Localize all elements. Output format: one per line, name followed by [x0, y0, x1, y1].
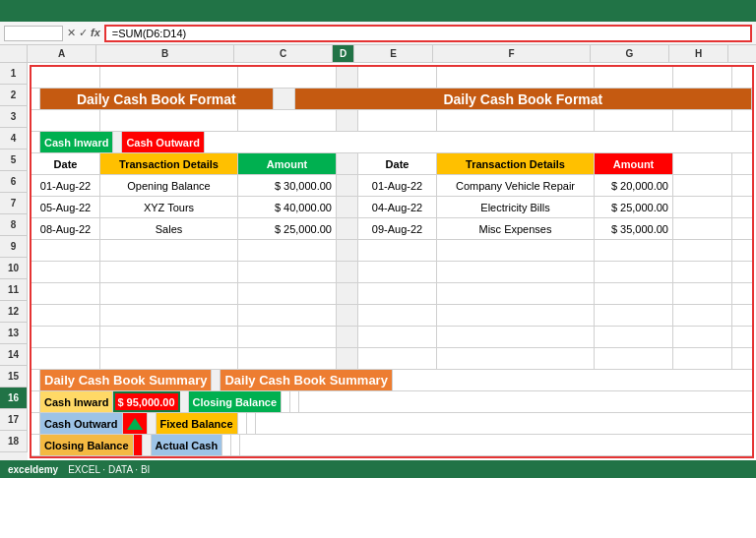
closing-balance-summary-value[interactable]: [134, 435, 143, 455]
row-header-5[interactable]: 5: [0, 149, 28, 171]
row-header-6[interactable]: 6: [0, 171, 28, 193]
row-header-13[interactable]: 13: [0, 323, 28, 344]
function-icon[interactable]: fx: [91, 27, 100, 39]
col-header-f[interactable]: F: [433, 45, 591, 62]
cell-b18[interactable]: [32, 435, 40, 455]
exceldemy-logo: exceldemy: [8, 464, 58, 475]
row-5: Date Transaction Details Amount Date Tra…: [32, 153, 752, 175]
col-amt2-label: Amount: [595, 153, 673, 174]
row-headers: 1 2 3 4 5 6 7 8 9 10 11 12 13 14 15 16 1…: [0, 63, 28, 460]
row-15: Daily Cash Book Summary Daily Cash Book …: [32, 370, 752, 391]
cell-reference[interactable]: D16: [4, 26, 63, 41]
row-header-1[interactable]: 1: [0, 63, 28, 85]
outward-detail-2[interactable]: Electricity Bills: [437, 197, 595, 217]
col-header-b[interactable]: B: [96, 45, 234, 62]
bottom-bar: exceldemy EXCEL · DATA · BI: [0, 460, 756, 478]
cell-h17[interactable]: [238, 413, 247, 434]
inward-detail-1[interactable]: Opening Balance: [100, 175, 238, 196]
outward-date-2[interactable]: 04-Aug-22: [358, 197, 437, 217]
cell-b3[interactable]: [32, 110, 100, 131]
cell-b17[interactable]: [32, 413, 40, 434]
row-10: [32, 262, 752, 283]
cash-inward-summary-value[interactable]: $ 95,000.00: [113, 391, 179, 412]
cell-b16[interactable]: [32, 391, 40, 412]
cell-i5[interactable]: [673, 153, 732, 174]
spreadsheet: A B C D E F G H 1 2 3 4 5 6 7 8 9 10 11 …: [0, 45, 756, 460]
cell-e3: [337, 110, 358, 131]
row-header-10[interactable]: 10: [0, 258, 28, 279]
cell-h16[interactable]: [282, 391, 290, 412]
row-header-18[interactable]: 18: [0, 431, 28, 452]
inward-amount-2[interactable]: $ 40,000.00: [238, 197, 337, 217]
row-header-3[interactable]: 3: [0, 106, 28, 128]
outward-detail-1[interactable]: Company Vehicle Repair: [437, 175, 595, 196]
cell-i6[interactable]: [673, 175, 732, 196]
cancel-icon[interactable]: ✕: [67, 27, 76, 39]
cell-i8[interactable]: [673, 218, 732, 239]
cell-b2[interactable]: [32, 89, 40, 109]
row-header-12[interactable]: 12: [0, 301, 28, 323]
title-cell: Daily Cash Book Format: [40, 89, 274, 109]
inward-amount-3[interactable]: $ 25,000.00: [238, 218, 337, 239]
cell-c3[interactable]: [100, 110, 238, 131]
row-header-11[interactable]: 11: [0, 279, 28, 301]
actual-cash-label: Actual Cash: [152, 435, 223, 455]
cell-i7[interactable]: [673, 197, 732, 217]
summary-title-right: Daily Cash Book Summary: [220, 370, 392, 390]
inward-date-1[interactable]: 01-Aug-22: [32, 175, 100, 196]
outward-amount-2[interactable]: $ 25,000.00: [595, 197, 673, 217]
outward-amount-3[interactable]: $ 35,000.00: [595, 218, 673, 239]
inward-detail-3[interactable]: Sales: [100, 218, 238, 239]
cell-h1[interactable]: [595, 67, 673, 88]
inward-detail-2[interactable]: XYZ Tours: [100, 197, 238, 217]
cell-g1[interactable]: [437, 67, 595, 88]
cash-outward-summary-value[interactable]: [123, 413, 148, 434]
row-header-15[interactable]: 15: [0, 366, 28, 388]
col-header-a[interactable]: A: [28, 45, 96, 62]
col-amt-label: Amount: [238, 153, 337, 174]
cell-c1[interactable]: [100, 67, 238, 88]
col-header-c[interactable]: C: [234, 45, 333, 62]
col-header-e[interactable]: E: [354, 45, 433, 62]
cell-e16: [180, 391, 189, 412]
cell-b1[interactable]: [32, 67, 100, 88]
cell-f3[interactable]: [358, 110, 437, 131]
col-header-g[interactable]: G: [591, 45, 669, 62]
col-header-d[interactable]: D: [333, 45, 354, 62]
cell-g3[interactable]: [437, 110, 595, 131]
outward-detail-3[interactable]: Misc Expenses: [437, 218, 595, 239]
cell-f1[interactable]: [358, 67, 437, 88]
outward-date-1[interactable]: 01-Aug-22: [358, 175, 437, 196]
cell-i18[interactable]: [231, 435, 240, 455]
row-header-9[interactable]: 9: [0, 236, 28, 258]
cell-i1[interactable]: [673, 67, 732, 88]
inward-date-2[interactable]: 05-Aug-22: [32, 197, 100, 217]
cell-e6: [337, 175, 358, 196]
row-header-14[interactable]: 14: [0, 344, 28, 366]
cell-i17[interactable]: [247, 413, 256, 434]
confirm-icon[interactable]: ✓: [79, 27, 88, 39]
row-header-17[interactable]: 17: [0, 409, 28, 431]
cell-h18[interactable]: [222, 435, 231, 455]
cell-i16[interactable]: [290, 391, 299, 412]
cell-d1[interactable]: [238, 67, 337, 88]
cell-b4[interactable]: [32, 132, 40, 152]
col-txn-label: Transaction Details: [100, 153, 238, 174]
outward-amount-1[interactable]: $ 20,000.00: [595, 175, 673, 196]
row-header-2[interactable]: 2: [0, 85, 28, 106]
row-header-8[interactable]: 8: [0, 214, 28, 236]
cell-d3[interactable]: [238, 110, 337, 131]
inward-amount-1[interactable]: $ 30,000.00: [238, 175, 337, 196]
fixed-balance-label: Fixed Balance: [157, 413, 238, 434]
row-header-16[interactable]: 16: [0, 388, 28, 409]
col-date-label: Date: [32, 153, 100, 174]
outward-date-3[interactable]: 09-Aug-22: [358, 218, 437, 239]
col-header-h[interactable]: H: [669, 45, 728, 62]
formula-input[interactable]: [104, 25, 752, 42]
cell-b15[interactable]: [32, 370, 40, 390]
row-header-4[interactable]: 4: [0, 128, 28, 149]
inward-date-3[interactable]: 08-Aug-22: [32, 218, 100, 239]
row-header-7[interactable]: 7: [0, 193, 28, 214]
cell-i3[interactable]: [673, 110, 732, 131]
cell-h3[interactable]: [595, 110, 673, 131]
